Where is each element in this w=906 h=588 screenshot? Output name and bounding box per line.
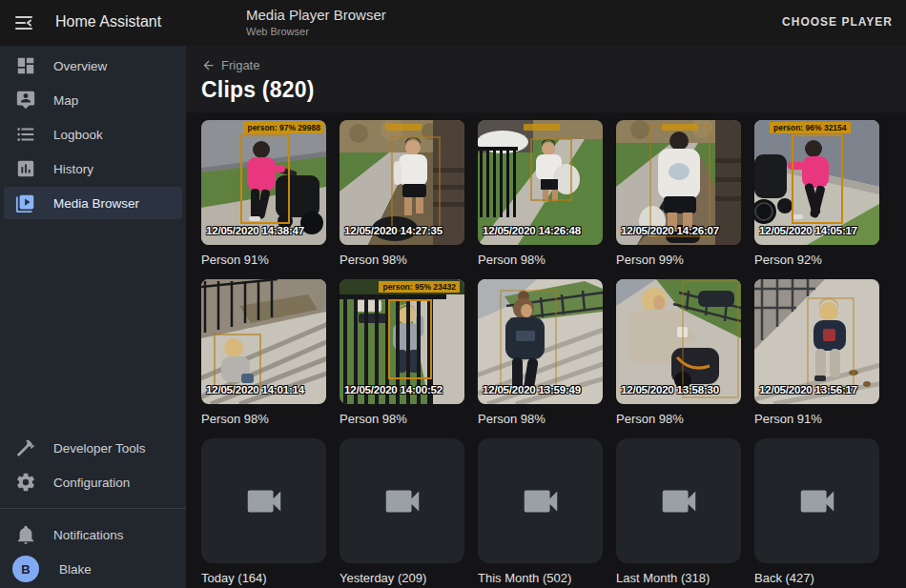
back-arrow-icon: [201, 58, 216, 72]
clip-label: Person 99%: [616, 253, 741, 267]
clip-card[interactable]: person: 97% 29988 12/05/2020 14:38:47 Pe…: [201, 120, 326, 279]
gear-icon: [15, 472, 36, 493]
video-camera-icon: [657, 479, 701, 523]
clip-card[interactable]: 12/05/2020 13:56:17 Person 91%: [754, 279, 879, 438]
clip-card[interactable]: 12/05/2020 14:26:48 Person 98%: [478, 120, 603, 279]
video-camera-icon: [519, 479, 563, 523]
clip-card[interactable]: 12/05/2020 14:01:14 Person 98%: [201, 279, 326, 438]
sidebar-item-overview[interactable]: Overview: [0, 49, 186, 83]
detection-tag: person: 96% 32154: [770, 122, 851, 133]
clip-label: Person 91%: [754, 412, 879, 426]
sidebar-item-user[interactable]: B Blake: [0, 552, 186, 586]
sidebar-item-label: Map: [53, 93, 78, 108]
clip-label: Person 98%: [340, 253, 464, 267]
clip-timestamp: 12/05/2020 14:26:48: [483, 225, 581, 236]
sidebar-divider: [0, 508, 186, 509]
sidebar-toggle-icon[interactable]: [12, 11, 35, 34]
hammer-icon: [15, 437, 36, 458]
clip-thumbnail: 12/05/2020 14:01:14: [201, 279, 326, 404]
folder-label: Back (427): [754, 571, 879, 585]
tooltip-account-icon: [15, 90, 36, 111]
media-player-browser-title: Media Player Browser: [246, 7, 386, 23]
clip-timestamp: 12/05/2020 14:00:52: [344, 384, 443, 395]
clip-card[interactable]: 12/05/2020 13:59:49 Person 98%: [478, 279, 603, 438]
format-list-bulleted-icon: [15, 124, 36, 145]
sidebar-nav-list: Overview Map Logbook History Media Brows…: [0, 46, 186, 219]
clip-thumbnail: 12/05/2020 13:56:17: [754, 279, 879, 404]
page-title: Clips (820): [201, 77, 315, 103]
clip-thumbnail: person: 96% 32154 12/05/2020 14:05:17: [754, 120, 879, 245]
sidebar-item-label: Logbook: [53, 128, 103, 142]
clip-thumbnail: 12/05/2020 13:58:30: [616, 279, 741, 404]
media-browser-content: Frigate Clips (820): [186, 46, 906, 588]
play-box-multiple-icon: [15, 193, 36, 213]
sidebar-item-map[interactable]: Map: [0, 83, 186, 117]
sidebar-item-notifications[interactable]: Notifications: [0, 517, 186, 552]
sidebar-item-configuration[interactable]: Configuration: [0, 465, 186, 499]
video-camera-icon: [795, 479, 839, 523]
view-dashboard-icon: [15, 55, 36, 76]
folder-tile: [340, 438, 464, 563]
clip-card[interactable]: 12/05/2020 14:27:35 Person 98%: [340, 120, 464, 279]
sidebar-item-label: Overview: [53, 59, 107, 73]
home-assistant-app: Home Assistant Media Player Browser Web …: [0, 0, 906, 588]
clip-label: Person 98%: [340, 412, 464, 426]
folder-tile: [478, 438, 603, 563]
clip-thumbnail: 12/05/2020 14:27:35: [340, 120, 464, 245]
clip-label: Person 98%: [201, 412, 326, 426]
folder-tile: [616, 438, 741, 563]
clip-timestamp: 12/05/2020 14:01:14: [206, 384, 304, 395]
folder-label: Today (164): [201, 571, 326, 585]
bell-icon: [15, 524, 36, 545]
sidebar-item-history[interactable]: History: [0, 152, 186, 186]
video-camera-icon: [242, 479, 286, 523]
folder-card-last-month[interactable]: Last Month (318): [616, 438, 741, 588]
app-title: Home Assistant: [55, 13, 161, 30]
breadcrumb-label: Frigate: [221, 58, 259, 72]
sidebar-item-developer-tools[interactable]: Developer Tools: [0, 431, 186, 465]
clip-thumbnail: 12/05/2020 14:26:48: [478, 120, 603, 245]
clip-thumbnail: 12/05/2020 13:59:49: [478, 279, 603, 404]
sidebar-item-label: Configuration: [53, 476, 130, 490]
chart-box-icon: [15, 158, 36, 179]
folder-card-back[interactable]: Back (427): [754, 438, 879, 588]
sidebar-item-label: History: [53, 162, 93, 176]
video-camera-icon: [381, 479, 424, 523]
sidebar-item-logbook[interactable]: Logbook: [0, 117, 186, 152]
clip-label: Person 91%: [201, 253, 326, 267]
clip-card[interactable]: person: 96% 32154 12/05/2020 14:05:17 Pe…: [754, 120, 879, 279]
detection-tag-small: [385, 124, 422, 131]
clip-card[interactable]: 12/05/2020 14:26:07 Person 99%: [616, 120, 741, 279]
detection-tag: person: 97% 29988: [243, 122, 324, 133]
clip-timestamp: 12/05/2020 13:56:17: [759, 384, 857, 395]
clip-label: Person 98%: [616, 412, 741, 426]
clip-card[interactable]: 12/05/2020 13:58:30 Person 98%: [616, 279, 741, 438]
clip-timestamp: 12/05/2020 14:27:35: [344, 225, 443, 236]
clip-card[interactable]: person: 95% 23432 12/05/2020 14:00:52 Pe…: [340, 279, 464, 438]
clip-grid: person: 97% 29988 12/05/2020 14:38:47 Pe…: [201, 120, 879, 588]
clip-timestamp: 12/05/2020 13:58:30: [621, 384, 719, 395]
folder-tile: [201, 438, 326, 563]
folder-card-this-month[interactable]: This Month (502): [478, 438, 603, 588]
clip-label: Person 98%: [478, 253, 603, 267]
sidebar-item-label: Notifications: [53, 528, 124, 542]
breadcrumb-back[interactable]: Frigate: [201, 58, 259, 72]
folder-label: Last Month (318): [616, 571, 741, 585]
choose-player-button[interactable]: CHOOSE PLAYER: [782, 15, 893, 29]
clip-label: Person 92%: [754, 253, 879, 267]
user-name: Blake: [59, 562, 92, 577]
folder-label: Yesterday (209): [340, 571, 464, 585]
folder-card-yesterday[interactable]: Yesterday (209): [340, 438, 464, 588]
avatar: B: [12, 556, 39, 582]
top-app-bar: Home Assistant Media Player Browser Web …: [0, 0, 906, 46]
page-title-block: Media Player Browser Web Browser: [246, 7, 386, 37]
clip-thumbnail: person: 95% 23432 12/05/2020 14:00:52: [340, 279, 464, 404]
folder-card-today[interactable]: Today (164): [201, 438, 326, 588]
folder-label: This Month (502): [478, 571, 603, 585]
folder-tile: [754, 438, 879, 563]
clip-label: Person 98%: [478, 412, 603, 426]
detection-tag: person: 95% 23432: [379, 281, 460, 293]
sidebar-item-media-browser[interactable]: Media Browser: [4, 187, 182, 219]
clip-timestamp: 12/05/2020 13:59:49: [483, 384, 581, 395]
clip-thumbnail: 12/05/2020 14:26:07: [616, 120, 741, 245]
